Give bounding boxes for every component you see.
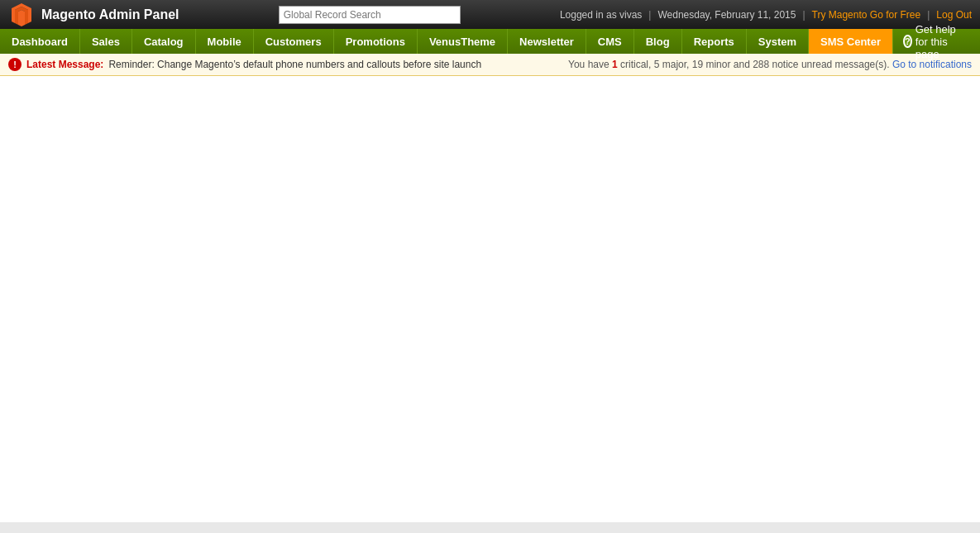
nav-item-customers[interactable]: Customers xyxy=(254,29,334,54)
svg-marker-2 xyxy=(18,10,25,26)
critical-label: critical xyxy=(618,59,648,70)
minor-count: 19 xyxy=(692,59,703,70)
logout-link[interactable]: Log Out xyxy=(936,9,972,21)
user-info: Logged in as vivas xyxy=(560,9,642,21)
alert-icon: ! xyxy=(8,58,22,71)
help-label: Get help for this page xyxy=(915,23,970,60)
right-prefix: You have xyxy=(568,59,612,70)
header: Magento Admin Panel Logged in as vivas |… xyxy=(0,0,980,29)
help-button[interactable]: ? Get help for this page xyxy=(893,29,980,54)
separator-2: | xyxy=(802,9,805,21)
nav-item-dashboard[interactable]: Dashboard xyxy=(0,29,80,54)
separator-1: | xyxy=(648,9,651,21)
nav-item-mobile[interactable]: Mobile xyxy=(196,29,254,54)
latest-label: Latest Message: xyxy=(26,59,103,70)
try-magento-link[interactable]: Try Magento Go for Free xyxy=(812,9,921,21)
notification-left: ! Latest Message: Reminder: Change Magen… xyxy=(8,58,481,71)
nav-item-newsletter[interactable]: Newsletter xyxy=(508,29,586,54)
nav-item-promotions[interactable]: Promotions xyxy=(334,29,418,54)
notice-count: 288 xyxy=(753,59,769,70)
main-nav: Dashboard Sales Catalog Mobile Customers… xyxy=(0,29,980,54)
notification-bar: ! Latest Message: Reminder: Change Magen… xyxy=(0,54,980,76)
nav-item-system[interactable]: System xyxy=(747,29,809,54)
header-right: Logged in as vivas | Wednesday, February… xyxy=(560,9,972,21)
go-to-notifications-link[interactable]: Go to notifications xyxy=(892,59,972,70)
search-input[interactable] xyxy=(279,6,461,24)
nav-item-venus-theme[interactable]: VenusTheme xyxy=(418,29,508,54)
date-display: Wednesday, February 11, 2015 xyxy=(657,9,796,21)
notification-right: You have 1 critical, 5 major, 19 minor a… xyxy=(568,59,972,70)
nav-item-blog[interactable]: Blog xyxy=(634,29,682,54)
critical-count: 1 xyxy=(612,59,618,70)
help-icon: ? xyxy=(903,35,912,48)
major-label: major xyxy=(659,59,686,70)
nav-item-sms-center[interactable]: SMS Center xyxy=(809,29,893,54)
nav-item-reports[interactable]: Reports xyxy=(682,29,747,54)
main-content xyxy=(0,76,980,522)
notice-label: notice unread message(s). xyxy=(769,59,892,70)
app-title: Magento Admin Panel xyxy=(41,7,179,22)
header-left: Magento Admin Panel xyxy=(8,2,179,28)
magento-logo-icon xyxy=(8,2,35,28)
notification-message: Reminder: Change Magento’s default phone… xyxy=(108,59,481,70)
separator-3: | xyxy=(927,9,930,21)
nav-item-catalog[interactable]: Catalog xyxy=(132,29,196,54)
minor-label: minor xyxy=(703,59,730,70)
nav-item-cms[interactable]: CMS xyxy=(586,29,634,54)
nav-item-sales[interactable]: Sales xyxy=(80,29,132,54)
search-container xyxy=(279,6,461,24)
